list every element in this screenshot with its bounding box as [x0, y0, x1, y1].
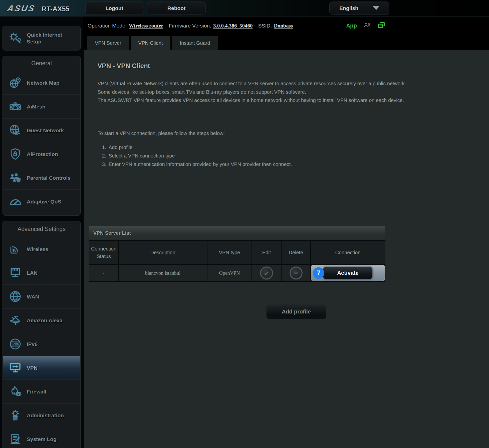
- system-log-icon: [7, 431, 23, 447]
- sidebar-section-general: General Network Map: [3, 56, 81, 216]
- ssid-link[interactable]: Donbass: [274, 23, 293, 29]
- col-edit: Edit: [252, 240, 281, 264]
- sidebar-item-parental-controls[interactable]: Parental Controls: [3, 166, 80, 190]
- reboot-button[interactable]: Reboot: [147, 2, 206, 15]
- step-item: Select a VPN connection type: [108, 152, 292, 160]
- sidebar-item-administration[interactable]: Administration: [3, 403, 80, 427]
- page-title: VPN - VPN Client: [98, 62, 150, 70]
- adaptive-qos-icon: [7, 194, 23, 210]
- sidebar-item-network-map[interactable]: Network Map: [3, 71, 80, 94]
- logout-button[interactable]: Logout: [85, 2, 143, 15]
- delete-button[interactable]: [290, 266, 303, 280]
- sidebar-item-guest-network[interactable]: Guest Network: [3, 118, 80, 142]
- col-description: Description: [118, 240, 207, 264]
- sidebar-item-wireless[interactable]: Wireless: [3, 237, 80, 261]
- sidebar-item-system-log[interactable]: System Log: [3, 427, 80, 448]
- quick-setup-icon: [7, 30, 23, 46]
- tab-vpn-client[interactable]: VPN Client: [131, 36, 171, 50]
- client-list-icon[interactable]: [363, 22, 371, 30]
- sidebar-item-adaptive-qos[interactable]: Adaptive QoS: [3, 190, 80, 213]
- edit-button[interactable]: [260, 266, 273, 280]
- cell-description: blancvpn istanbul: [118, 264, 207, 282]
- sidebar: Quick Internet Setup General Network Map: [0, 16, 83, 448]
- router-model: RT-AX55: [42, 5, 69, 13]
- cell-vpn-type: OpenVPN: [207, 264, 252, 282]
- administration-icon: [7, 407, 23, 423]
- ipv6-icon: IPV6: [7, 336, 23, 352]
- firmware-label: Firmware Version:: [169, 23, 211, 28]
- tab-instant-guard[interactable]: Instant Guard: [172, 36, 218, 50]
- language-value: English: [339, 5, 358, 11]
- activate-button[interactable]: Activate: [323, 267, 372, 279]
- firmware-version-link[interactable]: 3.0.0.4.386_50460: [213, 23, 253, 29]
- sidebar-section-advanced-settings: Advanced Settings Wireless LAN: [3, 221, 81, 448]
- tab-bar: VPN Server VPN Client Instant Guard: [87, 36, 218, 50]
- topbar: ASUS RT-AX55 Logout Reboot English: [0, 0, 489, 16]
- connection-cell-highlight: 7 Activate: [311, 265, 385, 281]
- operation-mode-link[interactable]: Wireless router: [129, 23, 163, 29]
- network-map-icon: [7, 75, 23, 91]
- parental-controls-icon: [7, 170, 23, 186]
- table-header-row: Connection Status Description VPN type E…: [89, 240, 385, 264]
- connected-devices-icon[interactable]: [377, 22, 385, 30]
- amazon-alexa-icon: [7, 312, 23, 328]
- router-info-row: Operation Mode:Wireless router Firmware …: [88, 21, 486, 30]
- step-badge: 7: [313, 267, 324, 279]
- step-item: Enter VPN authentication information pro…: [108, 160, 292, 168]
- paragraph: VPN (Virtual Private Network) clients ar…: [98, 80, 473, 88]
- tab-vpn-server[interactable]: VPN Server: [87, 36, 129, 50]
- cell-connection-status: -: [89, 264, 118, 282]
- sidebar-item-label: Quick Internet Setup: [27, 32, 80, 45]
- vpn-icon: [7, 360, 23, 376]
- sidebar-item-ipv6[interactable]: IPV6 IPv6: [3, 332, 80, 356]
- cell-delete: [281, 264, 311, 282]
- aiprotection-icon: [7, 146, 23, 162]
- ssid-label: SSID:: [258, 23, 272, 28]
- lan-icon: [7, 265, 23, 281]
- add-profile-button[interactable]: Add profile: [266, 304, 326, 319]
- firewall-icon: [7, 384, 23, 400]
- wan-icon: [7, 288, 23, 304]
- app-link[interactable]: App: [346, 22, 357, 29]
- paragraph: Some devices like set-top boxes, smart T…: [98, 88, 473, 96]
- sidebar-item-lan[interactable]: LAN: [3, 261, 80, 284]
- divider: [88, 76, 483, 76]
- step-item: Add profile: [108, 143, 292, 152]
- aimesh-icon: [7, 98, 23, 114]
- steps-list: Add profile Select a VPN connection type…: [108, 143, 292, 168]
- steps-intro: To start a VPN connection, please follow…: [98, 130, 225, 136]
- guest-network-icon: [7, 122, 23, 138]
- main-area: Operation Mode:Wireless router Firmware …: [83, 16, 489, 448]
- col-vpn-type: VPN type: [207, 240, 252, 264]
- asus-logo: ASUS: [7, 4, 36, 13]
- chevron-down-icon: [373, 6, 379, 10]
- table-row: - blancvpn istanbul OpenVPN: [89, 264, 385, 282]
- sidebar-item-aiprotection[interactable]: AiProtection: [3, 142, 80, 166]
- language-dropdown[interactable]: English: [329, 2, 389, 15]
- vpn-client-panel: VPN - VPN Client VPN (Virtual Private Ne…: [84, 50, 489, 448]
- table-title: VPN Server List: [89, 226, 385, 240]
- section-title-general: General: [3, 56, 80, 71]
- col-connection-status: Connection Status: [89, 240, 118, 264]
- cell-edit: [252, 264, 281, 282]
- sidebar-item-quick-internet-setup[interactable]: Quick Internet Setup: [3, 26, 81, 50]
- col-delete: Delete: [281, 240, 311, 264]
- col-connection: Connection: [311, 240, 385, 264]
- description-text: VPN (Virtual Private Network) clients ar…: [98, 80, 473, 105]
- svg-text:IPV6: IPV6: [12, 342, 19, 346]
- paragraph: The ASUSWRT VPN feature provides VPN acc…: [98, 96, 473, 105]
- sidebar-item-firewall[interactable]: Firewall: [3, 380, 80, 403]
- sidebar-item-wan[interactable]: WAN: [3, 284, 80, 308]
- cell-connection: 7 Activate: [311, 264, 385, 282]
- sidebar-item-amazon-alexa[interactable]: Amazon Alexa: [3, 308, 80, 332]
- sidebar-item-aimesh[interactable]: AiMesh: [3, 94, 80, 118]
- vpn-server-list: VPN Server List Connection Status Descri…: [89, 226, 385, 282]
- sidebar-item-vpn[interactable]: VPN: [3, 356, 80, 380]
- operation-mode-label: Operation Mode:: [88, 23, 127, 28]
- section-title-advanced: Advanced Settings: [3, 221, 80, 237]
- wireless-icon: [7, 241, 23, 257]
